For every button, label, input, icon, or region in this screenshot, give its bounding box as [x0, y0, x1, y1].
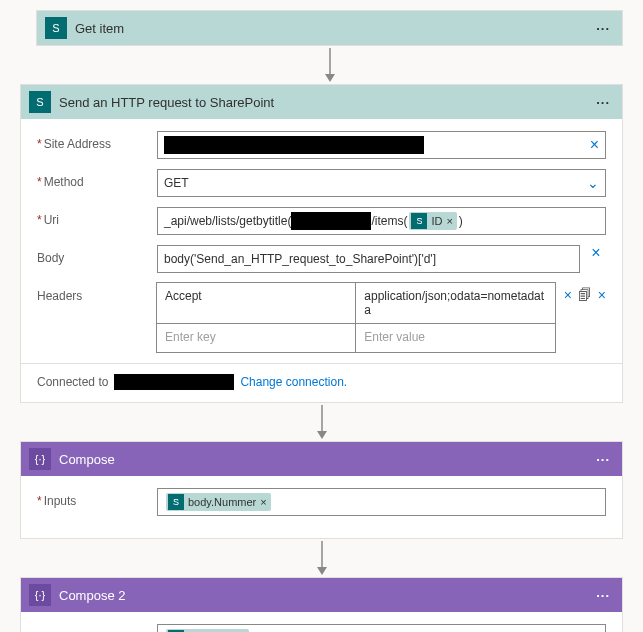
- redacted-value: [291, 212, 371, 230]
- field-row-headers: Headers Accept application/json;odata=no…: [37, 283, 606, 353]
- flow-arrow: [20, 539, 623, 577]
- field-label: Body: [37, 245, 157, 265]
- header-key-placeholder[interactable]: Enter key: [156, 323, 356, 353]
- field-row-site-address: Site Address ×: [37, 131, 606, 159]
- card-body: Inputs S body.Nummer ×: [21, 476, 622, 538]
- clear-icon[interactable]: ×: [598, 287, 606, 303]
- field-row-inputs: Inputs S body.Title ×: [37, 624, 606, 632]
- more-icon[interactable]: ···: [592, 452, 614, 467]
- field-label: Method: [37, 169, 157, 189]
- connection-row: Connected to Change connection.: [37, 374, 606, 390]
- method-select[interactable]: GET ⌄: [157, 169, 606, 197]
- field-row-inputs: Inputs S body.Nummer ×: [37, 488, 606, 516]
- header-row-actions: × 🗐 ×: [564, 283, 606, 324]
- card-body: Inputs S body.Title ×: [21, 612, 622, 632]
- clear-icon[interactable]: ×: [564, 287, 572, 303]
- body-value: body('Send_an_HTTP_request_to_SharePoint…: [164, 252, 436, 266]
- svg-marker-1: [325, 74, 335, 82]
- compose-icon: {·}: [29, 584, 51, 606]
- uri-text: _api/web/lists/getbytitle(: [164, 214, 291, 228]
- header-key-cell[interactable]: Accept: [156, 282, 356, 324]
- field-label: Uri: [37, 207, 157, 227]
- field-label: Site Address: [37, 131, 157, 151]
- header-value-cell[interactable]: application/json;odata=nometadata: [355, 282, 555, 324]
- inputs-input[interactable]: S body.Title ×: [157, 624, 606, 632]
- token-remove-icon[interactable]: ×: [260, 496, 266, 508]
- divider: [21, 363, 622, 364]
- sharepoint-icon: S: [411, 213, 427, 229]
- field-row-body: Body body('Send_an_HTTP_request_to_Share…: [37, 245, 606, 273]
- more-icon[interactable]: ···: [592, 588, 614, 603]
- field-row-method: Method GET ⌄: [37, 169, 606, 197]
- card-title: Compose: [59, 452, 592, 467]
- redacted-value: [164, 136, 424, 154]
- card-title: Compose 2: [59, 588, 592, 603]
- action-card-get-item[interactable]: S Get item ···: [36, 10, 623, 46]
- chevron-down-icon: ⌄: [587, 175, 599, 191]
- sharepoint-icon: S: [168, 494, 184, 510]
- dynamic-token-body-nummer[interactable]: S body.Nummer ×: [166, 493, 271, 511]
- token-label: body.Nummer: [188, 496, 256, 508]
- inputs-input[interactable]: S body.Nummer ×: [157, 488, 606, 516]
- field-row-uri: Uri _api/web/lists/getbytitle( /items( S…: [37, 207, 606, 235]
- site-address-input[interactable]: ×: [157, 131, 606, 159]
- text-mode-icon[interactable]: 🗐: [578, 287, 592, 303]
- header-value-placeholder[interactable]: Enter value: [355, 323, 555, 353]
- svg-marker-3: [317, 431, 327, 439]
- dynamic-token-id[interactable]: S ID ×: [409, 212, 456, 230]
- action-card-compose-2: {·} Compose 2 ··· Inputs S body.Title ×: [20, 577, 623, 632]
- action-card-compose: {·} Compose ··· Inputs S body.Nummer ×: [20, 441, 623, 539]
- action-card-http-request: S Send an HTTP request to SharePoint ···…: [20, 84, 623, 403]
- uri-text: /items(: [371, 214, 407, 228]
- token-remove-icon[interactable]: ×: [446, 215, 452, 227]
- headers-grid: Accept application/json;odata=nometadata…: [157, 283, 606, 353]
- flow-arrow: [36, 46, 623, 84]
- sharepoint-icon: S: [45, 17, 67, 39]
- more-icon[interactable]: ···: [592, 21, 614, 36]
- card-header[interactable]: S Get item ···: [37, 11, 622, 45]
- redacted-value: [114, 374, 234, 390]
- flow-arrow: [20, 403, 623, 441]
- field-label: Inputs: [37, 624, 157, 632]
- card-header[interactable]: {·} Compose 2 ···: [21, 578, 622, 612]
- clear-icon[interactable]: ×: [590, 137, 599, 153]
- uri-input[interactable]: _api/web/lists/getbytitle( /items( S ID …: [157, 207, 606, 235]
- card-title: Send an HTTP request to SharePoint: [59, 95, 592, 110]
- card-title: Get item: [75, 21, 592, 36]
- body-input[interactable]: body('Send_an_HTTP_request_to_SharePoint…: [157, 245, 580, 273]
- field-label: Inputs: [37, 488, 157, 508]
- token-label: ID: [431, 215, 442, 227]
- change-connection-link[interactable]: Change connection.: [240, 375, 347, 389]
- clear-icon[interactable]: ×: [586, 245, 606, 261]
- compose-icon: {·}: [29, 448, 51, 470]
- uri-text: ): [459, 214, 463, 228]
- method-value: GET: [164, 176, 189, 190]
- more-icon[interactable]: ···: [592, 95, 614, 110]
- field-label: Headers: [37, 283, 157, 303]
- card-body: Site Address × Method GET ⌄ Uri _api/web…: [21, 119, 622, 402]
- card-header[interactable]: S Send an HTTP request to SharePoint ···: [21, 85, 622, 119]
- sharepoint-icon: S: [29, 91, 51, 113]
- connection-label: Connected to: [37, 375, 108, 389]
- card-header[interactable]: {·} Compose ···: [21, 442, 622, 476]
- svg-marker-5: [317, 567, 327, 575]
